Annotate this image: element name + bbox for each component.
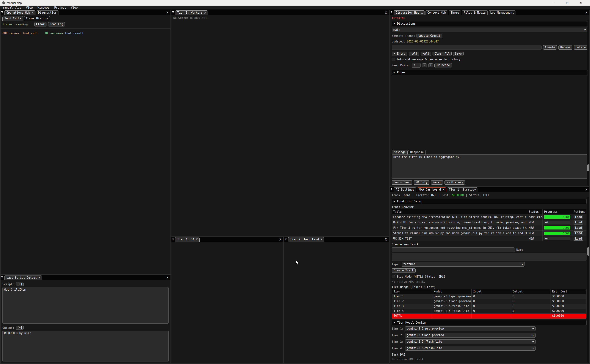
menu-item-view-2[interactable]: View	[71, 6, 78, 9]
track-name-input[interactable]	[392, 247, 515, 252]
scrollbar[interactable]	[587, 197, 589, 363]
tab-context-hub[interactable]: Context Hub	[425, 10, 448, 15]
conductor-setup-header[interactable]: ▶ Conductor Setup	[392, 199, 586, 204]
reset-button[interactable]: Reset	[431, 180, 443, 185]
tool-call-log-entry[interactable]: OUT request tool_call IN response tool_r…	[2, 32, 169, 35]
window-menu-icon[interactable]: ▼	[1, 276, 3, 279]
panel-close-icon[interactable]: X	[584, 11, 588, 14]
save-button[interactable]: Save	[453, 52, 463, 56]
discussions-section-header[interactable]: ▼ Discussions	[392, 21, 588, 26]
subtab-tool-calls[interactable]: Tool Calls	[2, 16, 23, 21]
tab-operations-hub[interactable]: Operations Hub X	[4, 10, 35, 15]
menu-item-windows[interactable]: Windows	[38, 6, 49, 9]
panel-close-icon[interactable]: X	[278, 238, 282, 241]
subtab-comms-history[interactable]: Comms History	[24, 16, 50, 21]
panel-close-icon[interactable]: X	[384, 11, 388, 14]
tab-close-icon[interactable]: X	[196, 238, 198, 241]
panel-close-icon[interactable]: X	[165, 11, 169, 14]
message-textarea[interactable]: Read the first 10 lines of aggregate.py.	[392, 154, 588, 179]
output-expand-button[interactable]: [+]	[16, 326, 24, 330]
gen-send-button[interactable]: Gen + Send	[392, 180, 412, 185]
increment-button[interactable]: +	[428, 63, 433, 67]
tab-tier4-qa[interactable]: Tier 4: QA X	[175, 237, 200, 242]
roles-section-header[interactable]: ▶ Roles	[392, 70, 588, 75]
discussion-name-input[interactable]	[392, 45, 542, 50]
tab-close-icon[interactable]: X	[421, 11, 423, 14]
menu-item-project[interactable]: Project	[54, 6, 66, 9]
auto-add-checkbox[interactable]	[392, 58, 395, 61]
panel-close-icon[interactable]: X	[384, 238, 388, 241]
step-mode-checkbox[interactable]	[392, 275, 395, 278]
update-commit-button[interactable]: Update Commit	[416, 34, 442, 38]
rename-button[interactable]: Rename	[558, 45, 572, 50]
to-history-button[interactable]: -> History	[444, 180, 465, 185]
menu-item-view[interactable]: View	[26, 6, 33, 9]
truncate-button[interactable]: Truncate	[435, 63, 452, 67]
scrollbar-thumb[interactable]	[587, 164, 589, 171]
tier3-model-select[interactable]: gemini-2.5-flash-lite▼	[405, 339, 536, 344]
table-row[interactable]: Build UI for context window utilization,…	[392, 220, 586, 225]
table-row[interactable]: UX_SIM_TEST NEW 0% Load	[392, 236, 586, 241]
table-row[interactable]: Enhance existing MMA orchestration GUI: …	[392, 214, 586, 220]
expand-all-button[interactable]: +All	[421, 52, 431, 56]
menu-item-manual-slop[interactable]: manual slop	[3, 6, 21, 9]
tier4-model-select[interactable]: gemini-2.5-flash-lite▼	[405, 346, 536, 351]
load-button[interactable]: Load	[574, 221, 583, 224]
tier2-model-select[interactable]: gemini-3-flash-preview▼	[405, 333, 536, 338]
tab-close-icon[interactable]: X	[39, 276, 40, 279]
collapse-all-button[interactable]: -All	[409, 52, 419, 56]
create-track-button[interactable]: Create Track	[392, 268, 416, 273]
tab-message[interactable]: Message	[392, 150, 408, 154]
close-button[interactable]: ✕	[578, 1, 584, 5]
tab-last-script-output[interactable]: Last Script Output X	[4, 275, 42, 280]
script-textarea[interactable]: Get-ChildItem	[2, 287, 169, 324]
panel-close-icon[interactable]: X	[584, 188, 588, 191]
track-type-select[interactable]: feature ▼	[402, 262, 525, 266]
tab-diagnostics[interactable]: Diagnostics	[36, 10, 59, 15]
script-expand-button[interactable]: [+]	[16, 282, 24, 286]
md-only-button[interactable]: MD Only	[414, 180, 429, 185]
add-entry-button[interactable]: + Entry	[392, 52, 407, 56]
tab-tier1-strategy[interactable]: Tier 1: Strategy	[447, 187, 478, 192]
clear-button[interactable]: Clear	[34, 22, 47, 26]
tab-close-icon[interactable]: X	[32, 11, 34, 14]
table-row[interactable]: Stabilize visual_sim_mma_v2.py and mock_…	[392, 230, 586, 236]
tier-model-config-header[interactable]: ▼ Tier Model Config	[392, 320, 586, 325]
tab-ai-settings[interactable]: AI Settings	[394, 187, 416, 192]
maximize-button[interactable]: □	[564, 1, 570, 5]
decrement-button[interactable]: -	[422, 63, 427, 67]
track-description-textarea[interactable]	[392, 253, 586, 261]
tab-mma-dashboard[interactable]: MMA Dashboard X	[417, 187, 446, 192]
window-menu-icon[interactable]: ▼	[391, 11, 392, 14]
tab-close-icon[interactable]: X	[321, 238, 322, 241]
clear-all-button[interactable]: Clear All	[433, 52, 451, 56]
tab-theme[interactable]: Theme	[449, 10, 461, 15]
tab-response[interactable]: Response	[408, 150, 426, 154]
tab-close-icon[interactable]: X	[443, 188, 444, 191]
discussion-select[interactable]: main ▼	[392, 28, 588, 32]
tab-files-media[interactable]: Files & Media	[462, 10, 488, 15]
keep-pairs-input[interactable]	[412, 63, 421, 68]
minimize-button[interactable]: –	[550, 1, 556, 5]
load-button[interactable]: Load	[574, 231, 583, 235]
load-button[interactable]: Load	[574, 215, 583, 219]
table-row[interactable]: Fix Tier 3 worker responses not reaching…	[392, 225, 586, 230]
window-menu-icon[interactable]: ▼	[391, 188, 392, 191]
load-button[interactable]: Load	[574, 226, 583, 230]
tab-tier2-tech-lead[interactable]: Tier 2: Tech Lead X	[288, 237, 324, 242]
load-log-button[interactable]: Load Log	[48, 22, 65, 26]
panel-close-icon[interactable]: X	[165, 276, 169, 280]
tier1-model-select[interactable]: gemini-3.1-pro-preview▼	[405, 326, 536, 331]
window-menu-icon[interactable]: ▼	[1, 11, 3, 14]
tab-log-management[interactable]: Log Management	[488, 10, 516, 15]
tab-tier3-workers[interactable]: Tier 3: Workers X	[175, 10, 208, 15]
output-textarea[interactable]: REJECTED by user	[2, 331, 169, 362]
window-menu-icon[interactable]: ▼	[172, 238, 174, 240]
scrollbar-thumb[interactable]	[587, 247, 589, 256]
window-menu-icon[interactable]: ▼	[172, 11, 174, 14]
tab-close-icon[interactable]: X	[204, 11, 206, 14]
delete-button[interactable]: Delete	[574, 45, 588, 50]
tab-discussion-hub[interactable]: Discussion Hub X	[394, 10, 425, 15]
create-button[interactable]: Create	[543, 45, 557, 50]
load-button[interactable]: Load	[574, 237, 583, 241]
